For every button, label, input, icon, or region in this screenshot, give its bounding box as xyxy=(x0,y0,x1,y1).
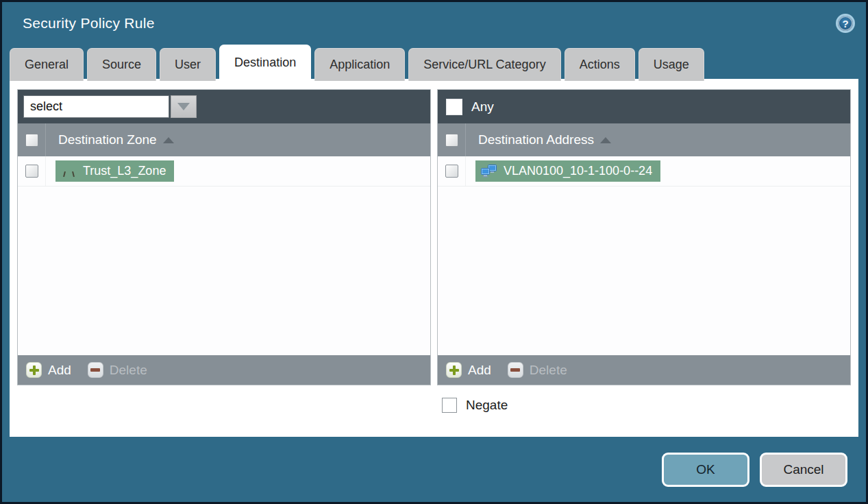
tab-strip: General Source User Destination Applicat… xyxy=(2,45,866,81)
address-rows: VLAN0100_10-1-100-0--24 xyxy=(438,156,850,355)
tab-source[interactable]: Source xyxy=(87,48,156,81)
tab-application[interactable]: Application xyxy=(314,48,405,81)
zone-select-dropdown-button[interactable] xyxy=(171,95,197,118)
any-row: Any xyxy=(443,99,494,115)
address-panel-toolbar: Any xyxy=(438,90,850,123)
address-chip-label: VLAN0100_10-1-100-0--24 xyxy=(504,164,652,178)
security-policy-rule-dialog: Security Policy Rule ? General Source Us… xyxy=(0,0,868,504)
address-delete-label: Delete xyxy=(530,363,567,378)
zone-delete-button[interactable]: Delete xyxy=(88,362,147,378)
any-label: Any xyxy=(471,99,494,115)
any-checkbox[interactable] xyxy=(446,99,462,115)
tab-usage[interactable]: Usage xyxy=(638,48,704,81)
tab-destination[interactable]: Destination xyxy=(219,45,311,81)
address-column-label-wrap: Destination Address xyxy=(478,132,611,147)
dialog-footer: OK Cancel xyxy=(2,437,866,502)
address-row-checkbox[interactable] xyxy=(445,165,458,178)
zone-chip-label: Trust_L3_Zone xyxy=(83,164,166,178)
address-add-label: Add xyxy=(468,363,491,378)
zone-add-button[interactable]: Add xyxy=(26,362,71,378)
negate-row: Negate xyxy=(442,398,851,413)
zone-select-all-checkbox[interactable] xyxy=(25,134,38,147)
zone-delete-label: Delete xyxy=(110,363,147,378)
address-select-all-cell xyxy=(438,123,466,156)
tab-general[interactable]: General xyxy=(10,48,84,81)
zone-rows: Trust_L3_Zone xyxy=(18,156,430,355)
dialog-titlebar: Security Policy Rule ? xyxy=(2,2,866,45)
destination-tab-content: select Destination Zone xyxy=(10,79,858,437)
sort-ascending-icon[interactable] xyxy=(163,137,174,143)
zone-panel-footer: Add Delete xyxy=(18,355,430,385)
sort-ascending-icon[interactable] xyxy=(600,137,611,143)
panels-container: select Destination Zone xyxy=(17,89,851,385)
cancel-button[interactable]: Cancel xyxy=(760,453,847,487)
dialog-title: Security Policy Rule xyxy=(23,15,155,32)
ok-button[interactable]: OK xyxy=(662,453,749,487)
zone-column-header: Destination Zone xyxy=(18,123,430,156)
negate-label: Negate xyxy=(466,398,508,413)
chevron-down-icon xyxy=(177,103,190,110)
delete-minus-icon xyxy=(508,362,523,378)
network-icon xyxy=(481,165,497,178)
table-row[interactable]: Trust_L3_Zone xyxy=(18,156,430,187)
help-glyph: ? xyxy=(842,18,848,29)
destination-address-panel: Any Destination Address xyxy=(437,89,851,385)
address-chip[interactable]: VLAN0100_10-1-100-0--24 xyxy=(475,160,660,182)
address-select-all-checkbox[interactable] xyxy=(445,134,458,147)
tab-user[interactable]: User xyxy=(160,48,216,81)
address-panel-footer: Add Delete xyxy=(438,355,850,385)
destination-zone-panel: select Destination Zone xyxy=(17,89,431,385)
zone-select-all-cell xyxy=(18,123,46,156)
zone-chip[interactable]: Trust_L3_Zone xyxy=(55,160,174,182)
address-column-header: Destination Address xyxy=(438,123,850,156)
tab-service-url-category[interactable]: Service/URL Category xyxy=(408,48,560,81)
help-icon[interactable]: ? xyxy=(836,14,855,33)
table-row[interactable]: VLAN0100_10-1-100-0--24 xyxy=(438,156,850,187)
zone-column-label-wrap: Destination Zone xyxy=(58,132,174,147)
negate-checkbox[interactable] xyxy=(442,398,457,413)
address-add-button[interactable]: Add xyxy=(446,362,491,378)
add-plus-icon xyxy=(26,362,42,378)
zone-row-checkbox[interactable] xyxy=(25,165,38,178)
address-column-label: Destination Address xyxy=(478,132,594,147)
zone-panel-toolbar: select xyxy=(18,90,430,123)
zone-add-label: Add xyxy=(48,363,71,378)
zone-select-input[interactable]: select xyxy=(23,95,169,118)
address-delete-button[interactable]: Delete xyxy=(508,362,567,378)
tab-actions[interactable]: Actions xyxy=(565,48,635,81)
zone-select-combo: select xyxy=(23,95,197,118)
zone-column-label: Destination Zone xyxy=(58,132,157,147)
address-row-checkbox-cell xyxy=(438,156,466,186)
add-plus-icon xyxy=(446,362,462,378)
zone-row-checkbox-cell xyxy=(18,156,46,186)
delete-minus-icon xyxy=(88,362,103,378)
zone-icon xyxy=(61,166,77,177)
